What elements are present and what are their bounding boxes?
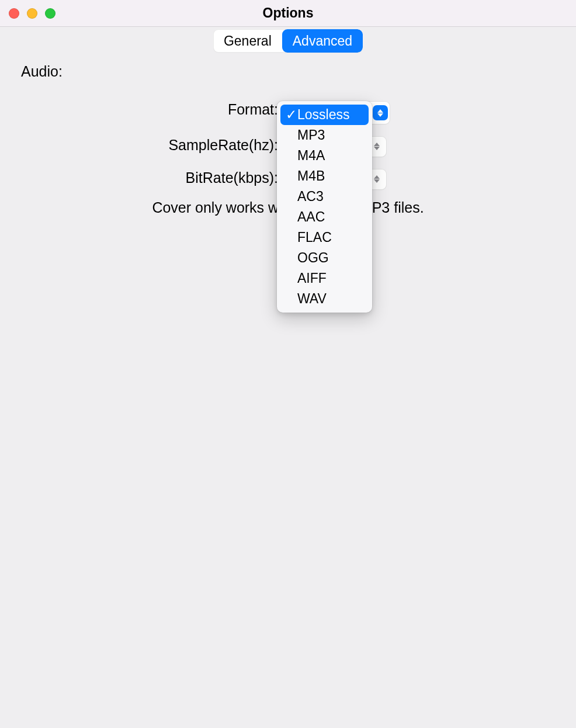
chevron-up-down-icon bbox=[373, 105, 388, 120]
format-option-mp3[interactable]: ✓ MP3 bbox=[280, 125, 369, 145]
audio-section-label: Audio: bbox=[0, 63, 576, 80]
minimize-icon[interactable] bbox=[27, 8, 37, 19]
format-option-label: AAC bbox=[297, 209, 325, 225]
samplerate-label: SampleRate(hz): bbox=[0, 137, 283, 154]
content-area: Audio: Format: SampleRate(hz): BitRate(k… bbox=[0, 53, 576, 405]
format-option-label: M4B bbox=[297, 168, 325, 184]
tabs-segmented-control: General Advanced bbox=[0, 29, 576, 53]
format-option-label: M4A bbox=[297, 148, 325, 164]
format-option-aac[interactable]: ✓ AAC bbox=[280, 207, 369, 227]
tab-advanced[interactable]: Advanced bbox=[282, 29, 363, 53]
format-option-m4b[interactable]: ✓ M4B bbox=[280, 166, 369, 186]
cover-note-pre: Cover only works wi bbox=[152, 199, 282, 216]
zoom-icon[interactable] bbox=[45, 8, 55, 19]
format-option-label: AIFF bbox=[297, 271, 327, 286]
close-icon[interactable] bbox=[9, 8, 19, 19]
format-option-label: WAV bbox=[297, 291, 327, 307]
format-option-ac3[interactable]: ✓ AC3 bbox=[280, 186, 369, 207]
format-option-flac[interactable]: ✓ FLAC bbox=[280, 227, 369, 248]
bitrate-label: BitRate(kbps): bbox=[0, 169, 283, 186]
format-option-label: FLAC bbox=[297, 230, 332, 245]
audio-form: Format: SampleRate(hz): BitRate(kbps): bbox=[0, 101, 576, 405]
format-option-label: OGG bbox=[297, 250, 329, 266]
format-option-label: AC3 bbox=[297, 189, 324, 204]
format-option-ogg[interactable]: ✓ OGG bbox=[280, 248, 369, 268]
titlebar: Options bbox=[0, 0, 576, 27]
format-option-wav[interactable]: ✓ WAV bbox=[280, 289, 369, 309]
format-option-label: MP3 bbox=[297, 127, 325, 143]
format-option-aiff[interactable]: ✓ AIFF bbox=[280, 268, 369, 289]
format-label: Format: bbox=[0, 101, 283, 118]
tab-general[interactable]: General bbox=[213, 29, 282, 53]
window-controls bbox=[9, 8, 55, 19]
format-option-m4a[interactable]: ✓ M4A bbox=[280, 145, 369, 166]
format-dropdown-menu[interactable]: ✓ Lossless ✓ MP3 ✓ M4A ✓ M4B ✓ AC3 ✓ AAC bbox=[277, 101, 372, 313]
format-option-lossless[interactable]: ✓ Lossless bbox=[280, 105, 369, 125]
window-title: Options bbox=[263, 5, 314, 21]
format-option-label: Lossless bbox=[297, 107, 349, 123]
checkmark-icon: ✓ bbox=[284, 107, 297, 123]
